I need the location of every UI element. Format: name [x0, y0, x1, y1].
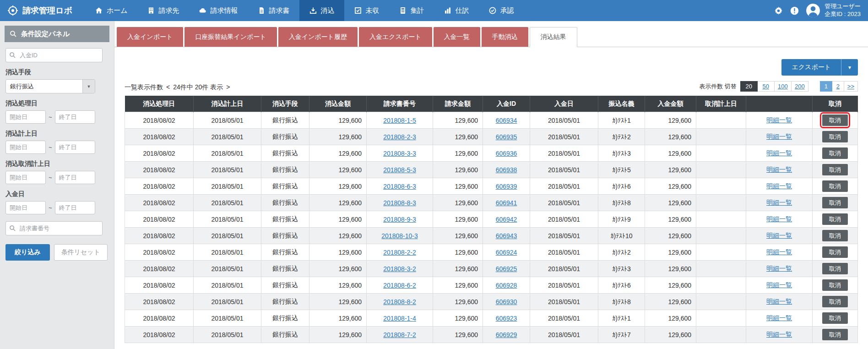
nav-item-reconcile[interactable]: 消込: [299, 0, 344, 21]
cancel-button[interactable]: 取消: [822, 131, 848, 142]
payment-id-link[interactable]: 606934: [496, 117, 517, 124]
cancel-button[interactable]: 取消: [822, 147, 848, 159]
payment-id-link[interactable]: 606924: [496, 249, 517, 256]
invoice-number-link[interactable]: 201808-2-2: [383, 249, 416, 256]
invoice-number-link[interactable]: 201808-3-2: [383, 265, 416, 273]
cancel-button[interactable]: 取消: [822, 279, 848, 291]
invoice-number-input[interactable]: [5, 221, 103, 235]
invoice-number-link[interactable]: 201808-2-3: [383, 133, 416, 141]
tab-manual-reconcile[interactable]: 手動消込: [482, 27, 528, 47]
payment-id-link[interactable]: 606938: [496, 166, 517, 174]
nav-item-unpaid[interactable]: 未収: [344, 0, 389, 21]
method-select[interactable]: 銀行振込 ▼: [5, 79, 95, 93]
payment-id-link[interactable]: 606923: [496, 315, 517, 322]
detail-list-link[interactable]: 明細一覧: [766, 182, 792, 190]
detail-list-link[interactable]: 明細一覧: [766, 133, 792, 140]
date-end-input[interactable]: [55, 110, 95, 124]
payment-id-link[interactable]: 606935: [496, 133, 517, 141]
detail-list-link[interactable]: 明細一覧: [766, 116, 792, 124]
page-button-2[interactable]: 2: [832, 81, 844, 92]
invoice-number-link[interactable]: 201808-1-5: [383, 117, 416, 124]
cancel-button[interactable]: 取消: [822, 115, 848, 126]
invoice-number-link[interactable]: 201808-1-4: [383, 315, 416, 322]
detail-list-link[interactable]: 明細一覧: [766, 149, 792, 157]
payment-id-link[interactable]: 606939: [496, 183, 517, 190]
cell-posting-date: 2018/05/01: [194, 211, 261, 228]
payment-id-link[interactable]: 606936: [496, 150, 517, 157]
cancel-button[interactable]: 取消: [822, 180, 848, 192]
page-size-option-100[interactable]: 100: [774, 81, 792, 92]
page-size-option-50[interactable]: 50: [757, 81, 775, 92]
payment-id-link[interactable]: 606942: [496, 216, 517, 223]
cancel-button[interactable]: 取消: [822, 246, 848, 258]
detail-list-link[interactable]: 明細一覧: [766, 199, 792, 206]
invoice-number-link[interactable]: 201808-6-2: [383, 282, 416, 289]
nav-item-home[interactable]: ホーム: [85, 0, 137, 21]
detail-list-link[interactable]: 明細一覧: [766, 166, 792, 173]
nav-item-approval[interactable]: 承認: [479, 0, 524, 21]
detail-list-link[interactable]: 明細一覧: [766, 265, 792, 272]
page-next-button[interactable]: >>: [844, 81, 858, 92]
date-start-input[interactable]: [5, 110, 46, 124]
settings-button[interactable]: [774, 6, 783, 16]
invoice-number-link[interactable]: 201808-7-2: [383, 331, 416, 338]
cancel-button[interactable]: 取消: [822, 329, 848, 340]
cancel-button[interactable]: 取消: [822, 312, 848, 324]
detail-list-link[interactable]: 明細一覧: [766, 232, 792, 239]
payment-id-link[interactable]: 606925: [496, 265, 517, 273]
date-start-input[interactable]: [5, 171, 46, 184]
filter-button[interactable]: 絞り込み: [5, 244, 50, 261]
detail-list-link[interactable]: 明細一覧: [766, 248, 792, 256]
nav-item-billing-info[interactable]: 請求情報: [189, 0, 248, 21]
app-logo[interactable]: 請求管理ロボ: [0, 0, 85, 21]
cancel-button[interactable]: 取消: [822, 197, 848, 208]
payment-id-input[interactable]: [5, 48, 103, 62]
tab-payment-list[interactable]: 入金一覧: [434, 27, 480, 47]
detail-list-link[interactable]: 明細一覧: [766, 281, 792, 289]
page-size-option-20[interactable]: 20: [740, 81, 758, 92]
list-prev-arrow[interactable]: <: [166, 83, 170, 91]
list-next-arrow[interactable]: >: [226, 83, 230, 91]
reset-button[interactable]: 条件リセット: [54, 244, 108, 261]
date-start-input[interactable]: [5, 141, 46, 154]
tab-direct-debit-import[interactable]: 口座振替結果インポート: [184, 27, 277, 47]
date-start-input[interactable]: [5, 201, 46, 214]
invoice-number-link[interactable]: 201808-9-3: [383, 216, 416, 223]
nav-item-aggregate[interactable]: 集計: [389, 0, 434, 21]
invoice-number-link[interactable]: 201808-5-3: [383, 166, 416, 174]
invoice-number-link[interactable]: 201808-8-2: [383, 298, 416, 305]
date-end-input[interactable]: [55, 141, 95, 154]
detail-list-link[interactable]: 明細一覧: [766, 314, 792, 322]
info-button[interactable]: [790, 6, 799, 16]
nav-item-billing-to[interactable]: 請求先: [137, 0, 189, 21]
invoice-number-link[interactable]: 201808-3-3: [383, 150, 416, 157]
cancel-button[interactable]: 取消: [822, 263, 848, 274]
export-button[interactable]: エクスポート ▼: [781, 59, 858, 76]
invoice-number-link[interactable]: 201808-10-3: [381, 232, 418, 240]
nav-item-journal[interactable]: 仕訳: [434, 0, 479, 21]
invoice-number-link[interactable]: 201808-8-3: [383, 199, 416, 207]
tab-import-history[interactable]: 入金インポート履歴: [278, 27, 358, 47]
page-size-option-200[interactable]: 200: [791, 81, 808, 92]
cancel-button[interactable]: 取消: [822, 296, 848, 307]
page-button-1[interactable]: 1: [820, 81, 832, 92]
cancel-button[interactable]: 取消: [822, 230, 848, 241]
tab-payment-export[interactable]: 入金エクスポート: [359, 27, 432, 47]
date-end-input[interactable]: [55, 171, 95, 184]
detail-list-link[interactable]: 明細一覧: [766, 215, 792, 223]
payment-id-link[interactable]: 606943: [496, 232, 517, 240]
nav-item-invoice[interactable]: 請求書: [248, 0, 299, 21]
payment-id-link[interactable]: 606930: [496, 298, 517, 305]
cancel-button[interactable]: 取消: [822, 213, 848, 225]
payment-id-link[interactable]: 606928: [496, 282, 517, 289]
detail-list-link[interactable]: 明細一覧: [766, 331, 792, 338]
detail-list-link[interactable]: 明細一覧: [766, 298, 792, 305]
tab-payment-import[interactable]: 入金インポート: [117, 27, 183, 47]
date-end-input[interactable]: [55, 201, 95, 214]
payment-id-link[interactable]: 606929: [496, 331, 517, 338]
invoice-number-link[interactable]: 201808-6-3: [383, 183, 416, 190]
tab-reconcile-result[interactable]: 消込結果: [530, 27, 577, 47]
payment-id-link[interactable]: 606941: [496, 199, 517, 207]
cancel-button[interactable]: 取消: [822, 164, 848, 175]
user-menu[interactable]: 管理ユーザー 企業ID : 2023: [806, 3, 861, 18]
